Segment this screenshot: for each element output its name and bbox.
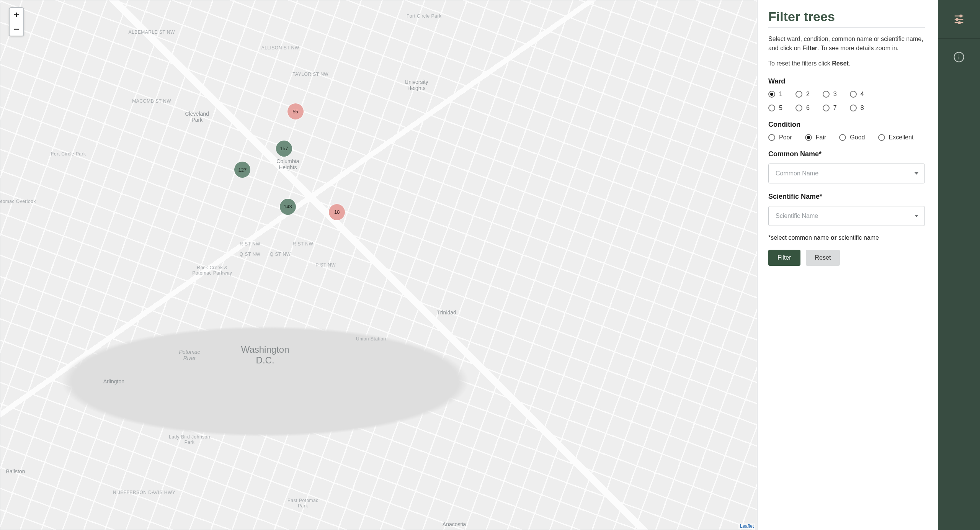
- rail-info-tab[interactable]: [938, 38, 980, 77]
- condition-radio-label: Poor: [779, 134, 792, 141]
- info-icon: [953, 51, 965, 64]
- svg-point-1: [960, 15, 962, 17]
- radio-icon: [839, 134, 846, 141]
- radio-icon: [795, 91, 802, 98]
- cluster-marker[interactable]: 143: [280, 199, 296, 215]
- cluster-marker[interactable]: 18: [329, 204, 345, 220]
- radio-icon: [768, 91, 775, 98]
- cluster-marker[interactable]: 127: [234, 162, 250, 178]
- filter-panel: Filter trees Select ward, condition, com…: [757, 0, 938, 530]
- radio-icon: [850, 91, 857, 98]
- condition-radio-label: Excellent: [889, 134, 914, 141]
- ward-radio-label: 6: [806, 105, 810, 111]
- common-name-select[interactable]: Common Name: [768, 164, 925, 183]
- radio-icon: [850, 105, 857, 111]
- panel-title: Filter trees: [768, 9, 925, 24]
- zoom-out-button[interactable]: −: [10, 22, 23, 36]
- button-row: Filter Reset: [768, 250, 925, 266]
- ward-radio-label: 7: [833, 105, 837, 111]
- ward-radio-label: 3: [833, 91, 837, 98]
- condition-label: Condition: [768, 121, 925, 129]
- condition-radio-group: PoorFairGoodExcellent: [768, 134, 925, 141]
- radio-icon: [823, 105, 830, 111]
- condition-radio-poor[interactable]: Poor: [768, 134, 792, 141]
- radio-icon: [878, 134, 885, 141]
- zoom-control: + −: [9, 7, 24, 36]
- condition-radio-label: Good: [850, 134, 865, 141]
- rail-filter-tab[interactable]: [938, 0, 980, 38]
- ward-radio-7[interactable]: 7: [823, 105, 837, 111]
- right-rail: [938, 0, 980, 530]
- ward-radio-3[interactable]: 3: [823, 91, 837, 98]
- ward-label: Ward: [768, 77, 925, 85]
- intro-text-2: To reset the filters click Reset.: [768, 59, 925, 68]
- ward-radio-1[interactable]: 1: [768, 91, 782, 98]
- svg-point-5: [959, 22, 960, 24]
- common-name-placeholder: Common Name: [776, 170, 818, 177]
- radio-icon: [823, 91, 830, 98]
- radio-icon: [768, 105, 775, 111]
- ward-radio-8[interactable]: 8: [850, 105, 864, 111]
- map-background[interactable]: [0, 0, 757, 530]
- ward-radio-label: 4: [861, 91, 864, 98]
- common-name-label: Common Name*: [768, 150, 925, 158]
- footnote: *select common name or scientific name: [768, 234, 925, 241]
- radio-icon: [795, 105, 802, 111]
- map-attribution[interactable]: Leaflet: [738, 523, 755, 529]
- scientific-name-select[interactable]: Scientific Name: [768, 206, 925, 226]
- map-pane[interactable]: + − Washington D.C.Cleveland ParkColumbi…: [0, 0, 757, 530]
- ward-radio-label: 1: [779, 91, 782, 98]
- condition-radio-label: Fair: [816, 134, 826, 141]
- intro-text-1: Select ward, condition, common name or s…: [768, 34, 925, 53]
- condition-radio-good[interactable]: Good: [839, 134, 865, 141]
- svg-point-8: [959, 54, 960, 56]
- sliders-icon: [953, 13, 965, 26]
- svg-point-3: [956, 18, 958, 20]
- chevron-down-icon: [915, 172, 918, 175]
- ward-radio-label: 8: [861, 105, 864, 111]
- radio-icon: [768, 134, 775, 141]
- scientific-name-label: Scientific Name*: [768, 193, 925, 201]
- zoom-in-button[interactable]: +: [10, 8, 23, 22]
- reset-button[interactable]: Reset: [806, 250, 840, 266]
- filter-button[interactable]: Filter: [768, 250, 800, 266]
- ward-radio-2[interactable]: 2: [795, 91, 810, 98]
- ward-radio-label: 5: [779, 105, 782, 111]
- condition-radio-excellent[interactable]: Excellent: [878, 134, 914, 141]
- cluster-marker[interactable]: 55: [287, 103, 304, 119]
- ward-radio-group: 12345678: [768, 91, 875, 111]
- cluster-marker[interactable]: 157: [276, 141, 292, 157]
- radio-icon: [805, 134, 812, 141]
- ward-radio-label: 2: [806, 91, 810, 98]
- scientific-name-placeholder: Scientific Name: [776, 213, 818, 219]
- ward-radio-4[interactable]: 4: [850, 91, 864, 98]
- condition-radio-fair[interactable]: Fair: [805, 134, 826, 141]
- panel-divider: [768, 27, 925, 28]
- ward-radio-6[interactable]: 6: [795, 105, 810, 111]
- chevron-down-icon: [915, 215, 918, 217]
- ward-radio-5[interactable]: 5: [768, 105, 782, 111]
